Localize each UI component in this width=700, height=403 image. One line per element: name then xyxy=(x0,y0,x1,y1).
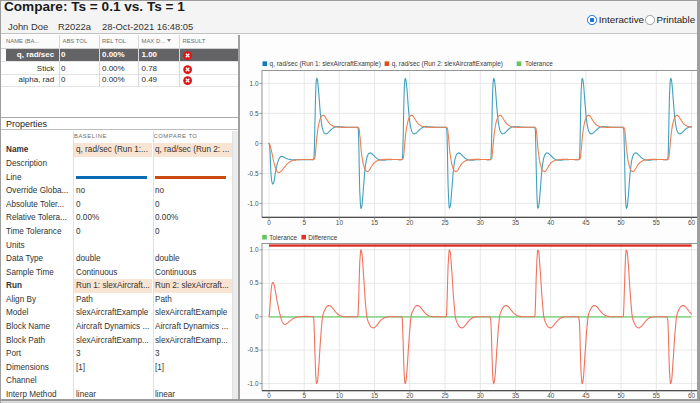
svg-text:30: 30 xyxy=(477,392,485,399)
svg-text:q, rad/sec (Run 2: slexAircraf: q, rad/sec (Run 2: slexAircraftExample) xyxy=(392,60,503,68)
svg-text:0.5: 0.5 xyxy=(250,110,259,117)
svg-text:0: 0 xyxy=(267,392,271,399)
svg-text:0.5: 0.5 xyxy=(250,279,259,286)
svg-text:0: 0 xyxy=(255,313,259,320)
svg-text:40: 40 xyxy=(547,219,555,226)
svg-text:10: 10 xyxy=(336,392,344,399)
svg-text:-0.5: -0.5 xyxy=(247,346,258,353)
svg-text:50: 50 xyxy=(618,219,626,226)
svg-text:20: 20 xyxy=(406,219,414,226)
svg-text:Tolerance: Tolerance xyxy=(269,234,297,241)
svg-text:20: 20 xyxy=(406,392,414,399)
svg-text:Difference: Difference xyxy=(308,234,337,241)
svg-text:35: 35 xyxy=(512,392,520,399)
svg-text:10: 10 xyxy=(336,219,344,226)
svg-text:45: 45 xyxy=(582,219,590,226)
svg-text:1.0: 1.0 xyxy=(250,80,259,87)
svg-text:-1.0: -1.0 xyxy=(247,380,258,387)
svg-text:-1.0: -1.0 xyxy=(247,200,258,207)
svg-text:5: 5 xyxy=(302,219,306,226)
svg-text:25: 25 xyxy=(441,392,449,399)
svg-text:15: 15 xyxy=(371,392,379,399)
svg-text:40: 40 xyxy=(547,392,555,399)
svg-text:Tolerance: Tolerance xyxy=(525,60,553,67)
svg-text:1.0: 1.0 xyxy=(250,246,259,253)
svg-text:55: 55 xyxy=(653,219,661,226)
svg-text:60: 60 xyxy=(688,392,696,399)
svg-text:5: 5 xyxy=(302,392,306,399)
svg-text:35: 35 xyxy=(512,219,520,226)
svg-text:q, rad/sec (Run 1: slexAircraf: q, rad/sec (Run 1: slexAircraftExample) xyxy=(270,60,381,68)
svg-text:15: 15 xyxy=(371,219,379,226)
svg-text:55: 55 xyxy=(653,392,661,399)
svg-text:30: 30 xyxy=(477,219,485,226)
svg-text:50: 50 xyxy=(618,392,626,399)
svg-text:0: 0 xyxy=(255,140,259,147)
svg-text:25: 25 xyxy=(441,219,449,226)
svg-text:45: 45 xyxy=(582,392,590,399)
svg-text:60: 60 xyxy=(688,219,696,226)
svg-text:-0.5: -0.5 xyxy=(247,170,258,177)
svg-text:0: 0 xyxy=(267,219,271,226)
